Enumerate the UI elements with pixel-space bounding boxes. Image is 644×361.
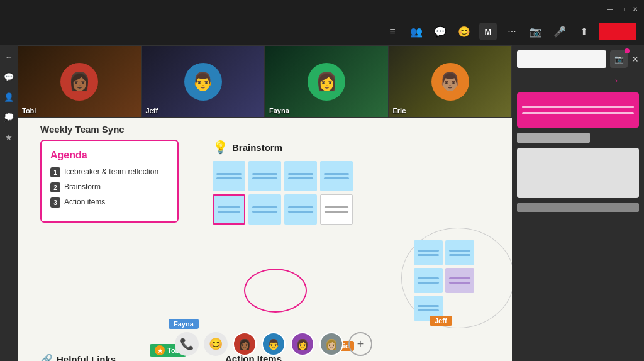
left-sidebar: ← 💬 👤 💭 ★ — [0, 45, 18, 361]
panel-close-button[interactable]: ✕ — [631, 54, 639, 64]
agenda-num-2: 2 — [50, 182, 60, 192]
lightbulb-icon: 💡 — [213, 140, 228, 155]
avatar-jeff: 👨 — [184, 63, 222, 101]
pink-line-2 — [522, 112, 634, 114]
video-area: 👩🏾 Tobi 👨 Jeff 👩 Fayna 👨🏽 E — [18, 45, 512, 361]
nav-back-icon[interactable]: ← — [3, 50, 15, 63]
camera-small-icon: 📷 — [614, 55, 624, 64]
canvas-bottom-toolbar: 📞 😊 👩🏾 👨 👩 👩🏼 + — [175, 332, 372, 356]
title-bar: — □ ✕ — [0, 0, 644, 18]
add-participant-button[interactable]: + — [348, 332, 372, 356]
cursor-fayna: Fayna — [169, 319, 199, 329]
participant-avatar-1: 👩🏾 — [233, 332, 257, 356]
collaboration-canvas[interactable]: Weekly Team Sync Agenda 1 Icebreaker & t… — [18, 118, 512, 361]
panel-text-area[interactable] — [517, 148, 639, 198]
meeting-title: Weekly Team Sync — [40, 124, 125, 135]
phone-button[interactable]: 📞 — [175, 332, 199, 356]
video-name-jeff: Jeff — [146, 107, 158, 114]
agenda-num-1: 1 — [50, 167, 60, 177]
sticky-note[interactable] — [445, 240, 474, 265]
arrow-icon: → — [608, 73, 620, 87]
brainstorm-title: 💡 Brainstorm — [213, 140, 382, 155]
sticky-note[interactable] — [213, 194, 245, 225]
mic-icon[interactable]: 🎤 — [551, 23, 569, 40]
panel-bottom-line — [517, 203, 639, 212]
agenda-text-2: Brainstorm — [64, 182, 101, 191]
reactions-icon[interactable]: 😊 — [455, 23, 473, 40]
agenda-text-1: Icebreaker & team reflection — [64, 167, 158, 176]
sticky-note[interactable] — [248, 194, 281, 225]
participant-avatar-3: 👩 — [291, 332, 314, 356]
video-tile-tobi: 👩🏾 Tobi — [18, 45, 142, 118]
video-name-eric: Eric — [393, 107, 406, 114]
participants-icon[interactable]: 👥 — [408, 23, 425, 40]
brainstorm-circle-highlight — [244, 269, 307, 313]
cursor-jeff: Jeff — [430, 316, 452, 326]
window-controls: — □ ✕ — [606, 5, 639, 13]
video-tile-eric: 👨🏽 Eric — [389, 45, 513, 118]
agenda-num-3: 3 — [50, 197, 60, 208]
right-panel-search[interactable] — [517, 50, 606, 68]
close-button[interactable]: ✕ — [631, 5, 639, 13]
nav-user-icon[interactable]: 👤 — [3, 91, 15, 103]
checkbox-icon: 🔗 — [40, 353, 53, 361]
agenda-text-3: Action items — [64, 197, 105, 206]
nav-bubble-icon[interactable]: 💭 — [3, 111, 15, 123]
cluster-stickies — [414, 240, 502, 321]
avatar-eric: 👨🏽 — [431, 63, 469, 101]
agenda-item-1: 1 Icebreaker & team reflection — [50, 167, 169, 177]
share-icon[interactable]: ⬆ — [575, 23, 592, 40]
maximize-button[interactable]: □ — [619, 5, 626, 13]
nav-chat-icon[interactable]: 💬 — [3, 70, 15, 83]
panel-camera-icon[interactable]: 📷 — [610, 50, 628, 68]
participant-avatar-2: 👨 — [262, 332, 286, 356]
video-name-tobi: Tobi — [22, 107, 36, 114]
apps-icon[interactable]: M — [479, 23, 497, 40]
video-feed-tobi: 👩🏾 — [18, 46, 141, 117]
more-options-icon[interactable]: ··· — [503, 23, 521, 40]
avatar-fayna: 👩 — [308, 63, 345, 101]
agenda-title: Agenda — [50, 150, 169, 161]
emoji-button[interactable]: 😊 — [204, 332, 228, 356]
sticky-note[interactable] — [320, 161, 353, 191]
brainstorm-section: 💡 Brainstorm — [213, 140, 382, 225]
panel-arrow-indicator: → — [517, 73, 639, 87]
record-button[interactable] — [599, 23, 636, 40]
sticky-note[interactable] — [284, 161, 317, 191]
sticky-note[interactable] — [213, 161, 245, 191]
participant-avatar-4: 👩🏼 — [319, 332, 343, 356]
nav-star-icon[interactable]: ★ — [3, 131, 15, 143]
sticky-note[interactable] — [320, 194, 353, 225]
agenda-item-2: 2 Brainstorm — [50, 182, 169, 192]
menu-icon[interactable]: ≡ — [384, 23, 401, 40]
video-row: 👩🏾 Tobi 👨 Jeff 👩 Fayna 👨🏽 E — [18, 45, 512, 118]
main-toolbar: ≡ 👥 💬 😊 M ··· 📷 🎤 ⬆ — [0, 18, 644, 45]
minimize-button[interactable]: — — [606, 5, 614, 13]
pink-line-1 — [522, 106, 634, 108]
camera-icon[interactable]: 📷 — [527, 23, 545, 40]
sticky-note[interactable] — [284, 194, 317, 225]
video-feed-eric: 👨🏽 — [389, 46, 512, 117]
video-feed-jeff: 👨 — [142, 46, 265, 117]
sticky-note[interactable] — [445, 268, 474, 293]
agenda-card: Agenda 1 Icebreaker & team reflection 2 … — [40, 140, 179, 223]
video-tile-fayna: 👩 Fayna — [265, 45, 389, 118]
brainstorm-stickies — [213, 161, 382, 225]
sticky-note[interactable] — [414, 240, 443, 265]
video-name-fayna: Fayna — [269, 107, 289, 114]
sticky-note[interactable] — [248, 161, 281, 191]
chat-icon[interactable]: 💬 — [431, 23, 449, 40]
video-tile-jeff: 👨 Jeff — [142, 45, 265, 118]
panel-label-bar — [517, 133, 590, 143]
avatar-tobi: 👩🏾 — [60, 63, 98, 101]
right-panel-header: 📷 ✕ — [517, 50, 639, 68]
sticky-note[interactable] — [414, 268, 443, 293]
main-area: ← 💬 👤 💭 ★ 👩🏾 Tobi 👨 Jeff 👩 — [0, 45, 644, 361]
right-panel: 📷 ✕ → — [512, 45, 644, 361]
panel-pink-bar — [517, 92, 639, 128]
agenda-item-3: 3 Action items — [50, 197, 169, 208]
